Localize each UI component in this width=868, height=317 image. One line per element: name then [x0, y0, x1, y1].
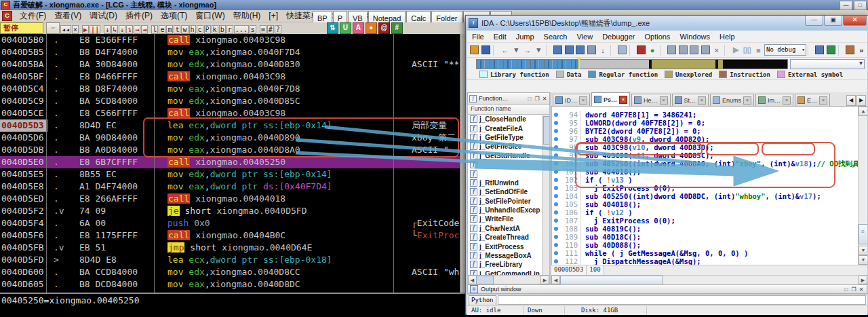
disasm-row-0040D600[interactable]: 0040D600.BA CCD84000mov edx,xiongmao.004…: [0, 266, 460, 278]
close-icon[interactable]: ×: [619, 96, 627, 104]
pseudocode-line-96[interactable]: 96BYTE2(dword_40F7E8[2]) = 0;: [552, 127, 858, 135]
line-marker-icon[interactable]: [552, 168, 560, 176]
disasm-row-0040D5BA[interactable]: 0040D5BA.BA 30D84000mov edx,xiongmao.004…: [0, 58, 460, 71]
functions-panel-titlebar[interactable]: f Function… □❐✕: [467, 92, 550, 105]
menu-item-search[interactable]: Search: [539, 33, 572, 41]
function-list-item[interactable]: fj_CreateThread: [468, 233, 542, 242]
run-analysis-icon[interactable]: ●: [647, 45, 658, 56]
disasm-row-0040D5B5[interactable]: 0040D5B5.B8 D4F74000mov eax,xiongmao.004…: [0, 46, 460, 58]
file-nav-icon[interactable]: ◂◂: [60, 25, 71, 34]
line-marker-icon[interactable]: [552, 257, 560, 265]
line-marker-icon[interactable]: [552, 225, 560, 233]
function-list-item[interactable]: fj_FreeLibrary: [468, 260, 542, 269]
step-icon[interactable]: ↴: [126, 25, 133, 34]
step-icon[interactable]: ↓: [104, 25, 111, 34]
disasm-row-0040D5E8[interactable]: 0040D5E8.A1 D4F74000mov eax,dword ptr ds…: [0, 181, 460, 193]
window-shortcut-s[interactable]: s: [250, 25, 256, 34]
line-marker-icon[interactable]: [552, 184, 560, 192]
function-list-item[interactable]: fj_UnhandledExcep: [468, 206, 542, 215]
python-input[interactable]: [498, 295, 866, 305]
tab-ID[interactable]: ID…×: [553, 94, 590, 106]
window-shortcut-k[interactable]: k: [212, 25, 218, 34]
menu-item[interactable]: 查看(V): [50, 10, 85, 21]
disasm-row-0040D5CE[interactable]: 0040D5CE.E8 C566FFFFcall xiongmao.00403C…: [0, 107, 460, 119]
disasm-row-0040D5E5[interactable]: 0040D5E5.8B55 ECmov edx,dword ptr ss:[eb…: [0, 168, 460, 181]
function-list-item[interactable]: fj_CloseHandle: [468, 115, 542, 124]
breakpoint-icon[interactable]: [636, 45, 647, 56]
debugger-combo[interactable]: No debug: [764, 44, 806, 56]
float-icon[interactable]: ❐: [850, 286, 857, 293]
line-marker-icon[interactable]: [552, 111, 560, 119]
window-shortcut-m[interactable]: m: [166, 25, 173, 34]
maximize-icon[interactable]: ▣: [824, 16, 842, 26]
toolbar-icon[interactable]: ≡: [260, 25, 267, 34]
function-list-item[interactable]: fj_CreateFileA: [468, 124, 542, 132]
functions-column-header[interactable]: Function name: [467, 105, 550, 115]
line-marker-icon[interactable]: [552, 200, 560, 208]
menu-item-file[interactable]: File: [467, 33, 489, 41]
line-marker-icon[interactable]: [552, 119, 560, 127]
plugin-icon[interactable]: ⇅: [327, 22, 338, 34]
function-list-item[interactable]: fj_WriteFile: [468, 215, 542, 223]
column-divider[interactable]: [46, 34, 47, 293]
maximize-icon[interactable]: □: [854, 1, 867, 10]
toolbar-icon[interactable]: ?: [275, 25, 281, 34]
pseudocode-line-95[interactable]: 95LOWORD(dword_40F7E8[2]) = 0;: [552, 119, 858, 127]
pseudocode-line-105[interactable]: 105sub_404018();: [552, 200, 858, 208]
scroll-down-icon[interactable]: ▼: [859, 255, 867, 265]
scroll-thumb[interactable]: [560, 276, 663, 285]
step-icon[interactable]: ⇥: [141, 25, 148, 34]
pseudocode-line-94[interactable]: 94dword_40F7E8[1] = 3486241;: [552, 111, 858, 119]
tab-Ps[interactable]: Ps…×: [591, 92, 630, 106]
menu-item[interactable]: 选项(T): [157, 10, 191, 21]
menu-item-windows[interactable]: Windows: [675, 33, 715, 41]
scroll-right-icon[interactable]: ▶: [859, 276, 867, 284]
pseudocode-line-107[interactable]: 107 j_ExitProcess_0(0);: [552, 217, 858, 225]
pseudocode-line-108[interactable]: 108sub_40819C();: [552, 225, 858, 233]
maximize-icon[interactable]: □: [843, 286, 850, 293]
line-marker-icon[interactable]: [552, 208, 560, 217]
disasm-row-0040D5C4[interactable]: 0040D5C4.B8 D8F74000mov eax,xiongmao.004…: [0, 83, 460, 95]
plugin-icon[interactable]: @: [378, 22, 390, 34]
window-shortcut-...[interactable]: ...: [234, 25, 249, 34]
function-list-item[interactable]: fj_GetCommandLin: [468, 269, 542, 275]
float-icon[interactable]: ❐: [534, 96, 540, 102]
run-to-icon[interactable]: [826, 45, 837, 56]
menu-item-debugger[interactable]: Debugger: [597, 33, 639, 41]
back-icon[interactable]: ←: [500, 45, 511, 56]
disasm-row-0040D5DB[interactable]: 0040D5DB.B8 A0D84000mov eax,xiongmao.004…: [0, 144, 460, 156]
menu-item[interactable]: [+]: [264, 10, 282, 21]
line-marker-icon[interactable]: [552, 160, 560, 168]
disasm-row-0040D5D6[interactable]: 0040D5D6.BA 90D84000mov edx,xiongmao.004…: [0, 132, 460, 144]
tab-E[interactable]: E…×: [795, 94, 830, 106]
line-marker-icon[interactable]: [552, 127, 560, 135]
close-icon[interactable]: ×: [783, 96, 791, 105]
disasm-row-0040D5F2[interactable]: 0040D5F2.v74 09je short xiongmao.0040D5F…: [0, 205, 460, 217]
pseudocode-line-103[interactable]: 103 j_ExitProcess_0(0);: [552, 184, 858, 192]
pseudocode-line-110[interactable]: 110sub_40D088();: [552, 241, 858, 249]
function-list-item[interactable]: f: [468, 169, 542, 178]
open-file-icon[interactable]: [469, 45, 480, 56]
disasm-row-0040D5E0[interactable]: 0040D5E0.E8 6B7CFFFFcall xiongmao.004052…: [0, 156, 460, 168]
minimize-icon[interactable]: —: [805, 16, 823, 26]
pseudocode-line-111[interactable]: 111while ( j_GetMessageA(&Msg, 0, 0, 0) …: [552, 249, 858, 257]
disasm-row-0040D5D3[interactable]: 0040D5D3.8D4D EClea ecx,dword ptr ss:[eb…: [0, 119, 460, 132]
debug-stop-icon[interactable]: ■: [753, 45, 764, 56]
attach-icon[interactable]: [814, 45, 825, 56]
disasm-row-0040D5B0[interactable]: 0040D5B0.E8 E366FFFFcall xiongmao.00403C…: [0, 34, 460, 46]
step-icon[interactable]: →: [134, 25, 140, 34]
pseudocode-line-98[interactable]: 98sub_403C98(v10, dword_40D830);: [552, 143, 858, 151]
scroll-thumb[interactable]: [859, 224, 867, 244]
tab-Im[interactable]: Im…×: [755, 94, 793, 106]
menu-item[interactable]: 插件(P): [121, 10, 157, 21]
forward-icon[interactable]: →: [522, 45, 533, 56]
olly-titlebar[interactable]: C 吾爱破解 - xiongmao.exe - [LCG - 主线程, 模块 -…: [0, 0, 868, 10]
pseudocode-view[interactable]: 94dword_40F7E8[1] = 3486241;95LOWORD(dwo…: [551, 107, 867, 265]
window-shortcut-w[interactable]: w: [181, 25, 188, 34]
toolbar-overflow-icon[interactable]: »: [856, 45, 867, 56]
functions-hscrollbar[interactable]: ◀ ▶: [467, 276, 550, 284]
window-shortcut-b[interactable]: b: [219, 25, 226, 34]
back-dropdown-icon[interactable]: ▾: [511, 45, 521, 56]
plugin-icon[interactable]: A: [353, 22, 364, 34]
window-shortcut-h[interactable]: h: [189, 25, 196, 34]
